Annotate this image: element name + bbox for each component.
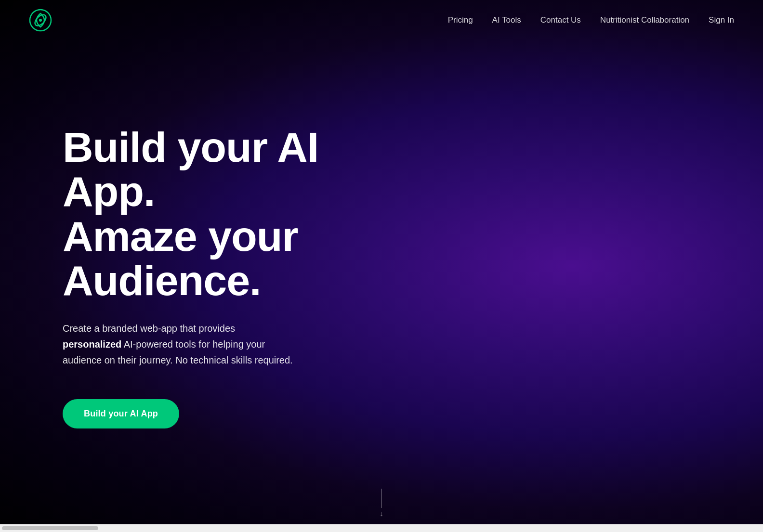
navbar: Pricing AI Tools Contact Us Nutritionist… (0, 0, 763, 40)
logo[interactable] (29, 9, 52, 32)
bottom-scrollbar[interactable] (0, 524, 763, 532)
hero-subtitle-part1: Create a branded web-app that provides (63, 323, 235, 334)
nav-signin[interactable]: Sign In (709, 15, 734, 25)
hero-subtitle: Create a branded web-app that provides p… (63, 321, 294, 368)
page-wrapper: Pricing AI Tools Contact Us Nutritionist… (0, 0, 763, 532)
hero-subtitle-bold: personalized (63, 339, 121, 350)
cta-button[interactable]: Build your AI App (63, 399, 179, 428)
hero-title-line1: Build your AI App. (63, 123, 318, 215)
hero-section: Build your AI App. Amaze your Audience. … (63, 125, 409, 428)
logo-icon (29, 9, 52, 32)
nav-ai-tools[interactable]: AI Tools (492, 15, 521, 25)
nav-pricing[interactable]: Pricing (448, 15, 473, 25)
hero-title: Build your AI App. Amaze your Audience. (63, 125, 409, 303)
scroll-indicator: ↓ (380, 489, 383, 518)
navbar-links: Pricing AI Tools Contact Us Nutritionist… (448, 15, 734, 25)
svg-point-2 (39, 19, 42, 22)
scroll-line (382, 489, 382, 508)
nav-nutritionist[interactable]: Nutritionist Collaboration (600, 15, 689, 25)
hero-title-line2: Amaze your Audience. (63, 212, 298, 304)
scroll-arrow: ↓ (380, 510, 383, 518)
nav-contact[interactable]: Contact Us (540, 15, 581, 25)
scrollbar-thumb[interactable] (2, 526, 98, 530)
